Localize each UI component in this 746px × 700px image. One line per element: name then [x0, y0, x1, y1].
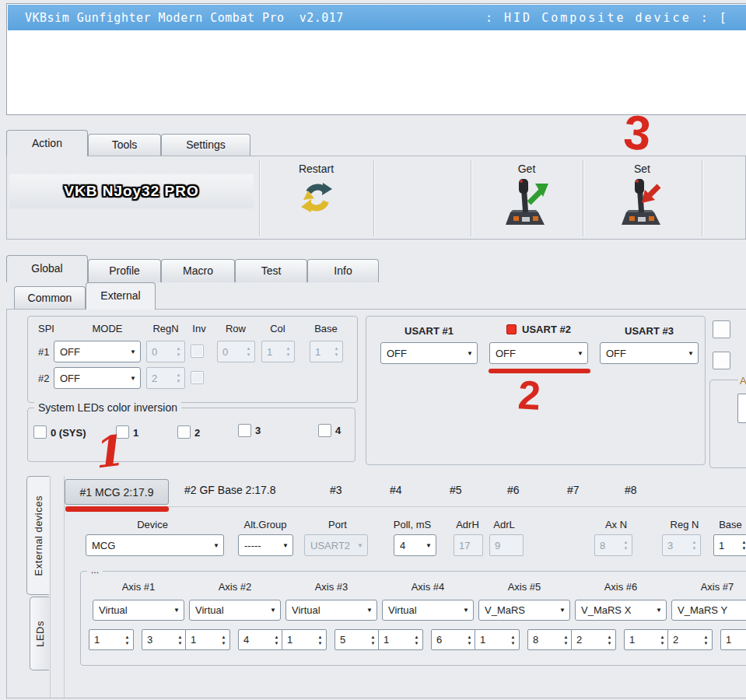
- chevron-down-icon: ▼: [688, 350, 694, 357]
- spinner-arrows-icon: ▲▼: [688, 535, 700, 555]
- right-edge-checkbox-2[interactable]: [713, 352, 730, 369]
- axis-label: Axis #3: [285, 581, 377, 593]
- base-spinner[interactable]: 1▲▼: [713, 534, 746, 556]
- spinner-arrows-icon: ▲▼: [173, 341, 184, 362]
- poll-dropdown[interactable]: 4▼: [394, 534, 436, 556]
- panel-divider: [64, 476, 65, 698]
- axis3-spinner-a[interactable]: 1▲▼: [282, 629, 327, 650]
- chevron-down-icon: ▼: [366, 607, 373, 614]
- axis4-spinner-a[interactable]: 1▲▼: [378, 629, 423, 650]
- spi-group: SPI MODE RegN Inv Row Col Base #1 OFF▼ 0…: [27, 316, 358, 403]
- device-tab-1[interactable]: #1 MCG 2:17.9: [65, 479, 169, 505]
- tab-tools[interactable]: Tools: [88, 134, 161, 156]
- chevron-down-icon: ▼: [282, 542, 289, 549]
- led-inversion-checkbox-3[interactable]: [238, 424, 251, 437]
- chevron-down-icon: ▼: [463, 607, 469, 614]
- usart1-dropdown[interactable]: OFF▼: [380, 342, 478, 364]
- alt-group-dropdown[interactable]: -----▼: [238, 534, 293, 556]
- chevron-down-icon: ▼: [270, 607, 276, 614]
- led-inversion-checkbox-2[interactable]: [177, 425, 191, 439]
- adrh-field: 17: [454, 534, 483, 556]
- spi1-mode-dropdown[interactable]: OFF▼: [54, 341, 141, 362]
- tab-macro[interactable]: Macro: [161, 259, 235, 282]
- tab-action[interactable]: Action: [6, 130, 88, 156]
- led-inversion-label-1: 1: [133, 427, 138, 439]
- axis2-spinner-b[interactable]: 4▲▼: [238, 629, 283, 650]
- chevron-down-icon: ▼: [130, 375, 136, 382]
- chevron-down-icon: ▼: [357, 542, 363, 549]
- regn-label: Reg N: [657, 519, 712, 530]
- axis-column-5: Axis #5 V_MaRS▼ 1▲▼ 8▲▼: [471, 579, 573, 657]
- right-edge-checkbox-1[interactable]: [713, 320, 730, 338]
- axis7-type-dropdown[interactable]: V_MaRS Y▼: [671, 600, 746, 621]
- device-tab-6[interactable]: #6: [507, 484, 520, 496]
- device-tab-8[interactable]: #8: [625, 484, 637, 496]
- side-tab-leds[interactable]: LEDs: [30, 597, 49, 670]
- set-button[interactable]: Set: [583, 157, 701, 238]
- chevron-down-icon: ▼: [656, 607, 662, 614]
- axis3-type-dropdown[interactable]: Virtual▼: [285, 600, 377, 621]
- tab-common[interactable]: Common: [14, 286, 86, 310]
- tab-info[interactable]: Info: [307, 259, 379, 282]
- device-tab-2[interactable]: #2 GF Base 2:17.8: [184, 484, 276, 496]
- device-list-selected-row[interactable]: VKBsim Gunfighter Modern Combat Pro v2.0…: [8, 5, 746, 30]
- axn-spinner: 8▲▼: [594, 534, 632, 556]
- axis5-spinner-b[interactable]: 8▲▼: [527, 629, 573, 650]
- spi2-inv-checkbox: [191, 371, 204, 384]
- axis5-spinner-a[interactable]: 1▲▼: [475, 629, 520, 650]
- tab-external[interactable]: External: [86, 282, 156, 310]
- spinner-arrows-icon: ▲▼: [282, 341, 294, 362]
- device-dropdown[interactable]: MCG▼: [86, 534, 224, 556]
- axis6-spinner-a[interactable]: 2▲▼: [571, 629, 616, 650]
- usart2-dropdown[interactable]: OFF▼: [489, 342, 588, 364]
- usart2-label-row: USART #2: [489, 324, 588, 335]
- device-tab-3[interactable]: #3: [330, 484, 342, 496]
- spinner-arrows-icon: ▲▼: [218, 630, 229, 649]
- spinner-arrows-icon: ▲▼: [620, 535, 632, 555]
- axis6-spinner-b[interactable]: 1▲▼: [624, 629, 669, 650]
- mode-header: MODE: [84, 323, 131, 334]
- axis-column-3: Axis #3 Virtual▼ 1▲▼ 5▲▼: [278, 579, 380, 657]
- tab-test[interactable]: Test: [235, 259, 307, 282]
- device-tab-7[interactable]: #7: [567, 484, 580, 496]
- spi2-mode-dropdown[interactable]: OFF▼: [54, 367, 141, 389]
- axis6-type-dropdown[interactable]: V_MaRS X▼: [575, 600, 667, 621]
- get-joystick-icon: [503, 177, 551, 231]
- usart3-dropdown[interactable]: OFF▼: [600, 342, 699, 364]
- get-button[interactable]: Get: [471, 157, 582, 238]
- led-inversion-title: System LEDs color inversion: [34, 401, 181, 414]
- tab-settings[interactable]: Settings: [161, 134, 250, 156]
- spi2-regn-spinner: 2▲▼: [146, 367, 185, 389]
- right-edge-input[interactable]: [737, 394, 746, 423]
- tab-global[interactable]: Global: [6, 255, 88, 282]
- axis2-spinner-a[interactable]: 1▲▼: [185, 629, 230, 650]
- chevron-down-icon: ▼: [173, 607, 180, 614]
- axis2-type-dropdown[interactable]: Virtual▼: [189, 600, 281, 621]
- axis7-spinner-a[interactable]: 2▲▼: [667, 629, 713, 650]
- spinner-arrows-icon: ▲▼: [411, 630, 422, 649]
- axis7-spinner-b[interactable]: 1▲▼: [720, 629, 746, 650]
- alt-group-label: Alt.Group: [226, 519, 304, 530]
- led-inversion-group: System LEDs color inversion 0 (SYS) 1 2 …: [27, 408, 355, 462]
- axis4-type-dropdown[interactable]: Virtual▼: [382, 600, 474, 621]
- led-inversion-checkbox-4[interactable]: [318, 424, 331, 437]
- restart-button[interactable]: Restart: [260, 157, 373, 238]
- annotation-step-3: 3: [622, 108, 653, 159]
- device-tab-4[interactable]: #4: [390, 484, 402, 496]
- tab-profile[interactable]: Profile: [88, 259, 161, 282]
- axis1-spinner-b[interactable]: 3▲▼: [142, 629, 187, 650]
- spinner-arrows-icon: ▲▼: [331, 341, 342, 362]
- axis5-type-dropdown[interactable]: V_MaRS▼: [478, 600, 570, 621]
- led-inversion-checkbox-0[interactable]: [33, 425, 47, 439]
- axis3-spinner-b[interactable]: 5▲▼: [334, 629, 380, 650]
- device-tab-5[interactable]: #5: [450, 484, 462, 496]
- side-tab-external-devices[interactable]: External devices: [26, 476, 49, 595]
- device-listbox[interactable]: VKBsim Gunfighter Modern Combat Pro v2.0…: [6, 3, 746, 115]
- axis1-type-dropdown[interactable]: Virtual▼: [93, 600, 184, 621]
- axis-column-1: Axis #1 Virtual▼ 1▲▼ 3▲▼: [85, 579, 187, 657]
- axis4-spinner-b[interactable]: 6▲▼: [431, 629, 476, 650]
- axis1-spinner-a[interactable]: 1▲▼: [89, 629, 134, 650]
- axis-column-6: Axis #6 V_MaRS X▼ 2▲▼ 1▲▼: [567, 579, 669, 657]
- chevron-down-icon: ▼: [467, 350, 473, 357]
- axis-column-7: Axis #7 V_MaRS Y▼ 2▲▼ 1▲▼: [664, 579, 746, 657]
